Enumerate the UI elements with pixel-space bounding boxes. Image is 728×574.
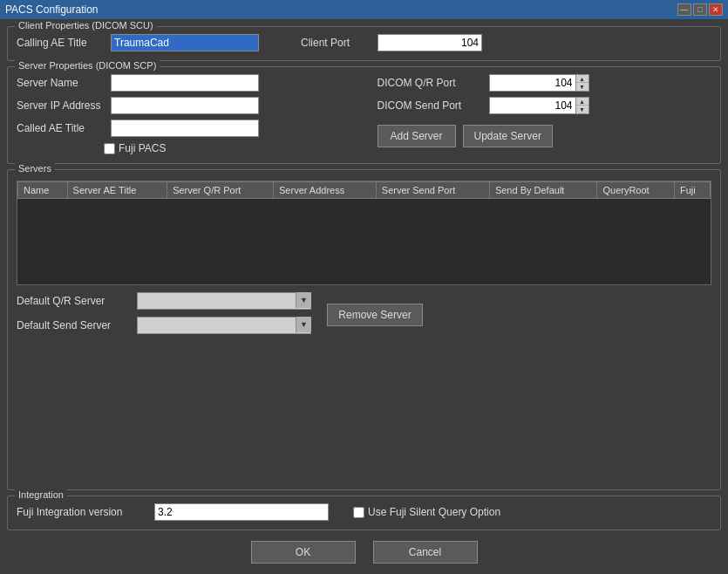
default-send-select[interactable] [137,317,311,334]
calling-ae-row: Calling AE Title Client Port [17,34,711,51]
dicom-qr-spin-up[interactable]: ▲ [576,75,589,83]
title-bar: PACS Configuration — □ ✕ [0,0,728,19]
title-bar-buttons: — □ ✕ [677,3,723,16]
integration-group: Integration Fuji Integration version Use… [7,495,721,530]
called-ae-row: Called AE Title [17,120,351,137]
default-qr-select[interactable] [137,292,311,310]
server-name-input[interactable] [111,74,259,92]
col-address: Server Address [274,182,377,199]
servers-table-header: Name Server AE Title Server Q/R Port Ser… [18,182,711,199]
bottom-buttons: OK Cancel [7,536,721,567]
defaults-column: Default Q/R Server ▼ Default Send Server [17,292,311,338]
server-ip-row: Server IP Address [17,97,351,114]
integration-row: Fuji Integration version Use Fuji Silent… [17,503,711,521]
server-props-left: Server Name Server IP Address Called AE … [17,74,360,154]
server-properties-group: Server Properties (DICOM SCP) Server Nam… [7,66,721,164]
fuji-silent-option: Use Fuji Silent Query Option [353,506,500,518]
col-qr-port: Server Q/R Port [167,182,274,199]
calling-ae-input[interactable] [111,34,259,51]
ok-button[interactable]: OK [251,541,356,564]
col-name: Name [18,182,68,199]
default-send-wrapper: ▼ [137,317,311,334]
servers-group: Servers Name Server AE Title Server Q/R … [7,169,721,490]
fuji-silent-checkbox[interactable] [353,507,364,518]
maximize-button[interactable]: □ [693,3,707,16]
server-name-row: Server Name [17,74,351,92]
defaults-and-remove: Default Q/R Server ▼ Default Send Server [17,292,711,338]
server-props-right: DICOM Q/R Port ▲ ▼ DICOM Send Port [369,74,712,154]
update-server-button[interactable]: Update Server [463,125,553,147]
dicom-send-spinner: ▲ ▼ [576,97,589,114]
integration-title: Integration [15,489,67,500]
dicom-qr-label: DICOM Q/R Port [378,77,482,89]
called-ae-input[interactable] [111,120,259,137]
col-fuji: Fuji [674,182,710,199]
fuji-pacs-row: Fuji PACS [104,142,351,154]
col-send-port: Server Send Port [376,182,489,199]
default-send-row: Default Send Server ▼ [17,317,311,334]
dicom-qr-spin-down[interactable]: ▼ [576,83,589,91]
window-title: PACS Configuration [5,3,99,16]
dicom-send-port-container: ▲ ▼ [489,97,589,114]
dicom-send-input[interactable] [489,97,576,114]
server-properties-title: Server Properties (DICOM SCP) [15,60,160,71]
client-properties-group: Client Properties (DICOM SCU) Calling AE… [7,26,721,61]
servers-table-area[interactable]: Name Server AE Title Server Q/R Port Ser… [17,181,711,285]
cancel-button[interactable]: Cancel [373,541,478,564]
close-button[interactable]: ✕ [709,3,723,16]
remove-server-button[interactable]: Remove Server [327,304,423,326]
fuji-silent-label: Use Fuji Silent Query Option [368,506,500,518]
client-port-label: Client Port [301,37,371,49]
fuji-pacs-label: Fuji PACS [119,142,166,154]
server-ip-label: Server IP Address [17,99,104,112]
called-ae-label: Called AE Title [17,122,104,134]
server-name-label: Server Name [17,77,104,89]
add-server-button[interactable]: Add Server [378,125,456,147]
dicom-qr-spinner: ▲ ▼ [576,74,589,92]
dicom-send-row: DICOM Send Port ▲ ▼ [378,97,712,114]
main-window: PACS Configuration — □ ✕ Client Properti… [0,0,728,574]
servers-table: Name Server AE Title Server Q/R Port Ser… [17,181,711,199]
dicom-send-label: DICOM Send Port [378,99,482,112]
server-action-buttons: Add Server Update Server [378,125,712,147]
client-properties-title: Client Properties (DICOM SCU) [15,20,157,31]
window-content: Client Properties (DICOM SCU) Calling AE… [0,19,728,574]
client-port-input[interactable] [378,34,482,51]
fuji-pacs-checkbox[interactable] [104,143,115,154]
dicom-qr-input[interactable] [489,74,576,92]
servers-header-row: Name Server AE Title Server Q/R Port Ser… [18,182,711,199]
col-send-default: Send By Default [489,182,597,199]
default-qr-row: Default Q/R Server ▼ [17,292,311,310]
calling-ae-label: Calling AE Title [17,37,104,49]
default-qr-wrapper: ▼ [137,292,311,310]
dicom-qr-port-container: ▲ ▼ [489,74,589,92]
dicom-send-spin-up[interactable]: ▲ [576,98,589,106]
col-ae-title: Server AE Title [67,182,167,199]
dicom-send-spin-down[interactable]: ▼ [576,106,589,113]
default-qr-label: Default Q/R Server [17,295,130,307]
default-send-label: Default Send Server [17,319,130,331]
servers-title: Servers [15,163,55,174]
remove-btn-container: Remove Server [327,304,423,326]
fuji-version-input[interactable] [154,503,329,521]
fuji-version-label: Fuji Integration version [17,506,147,518]
dicom-qr-row: DICOM Q/R Port ▲ ▼ [378,74,712,92]
col-queryroot: QueryRoot [597,182,674,199]
server-ip-input[interactable] [111,97,259,114]
minimize-button[interactable]: — [677,3,691,16]
